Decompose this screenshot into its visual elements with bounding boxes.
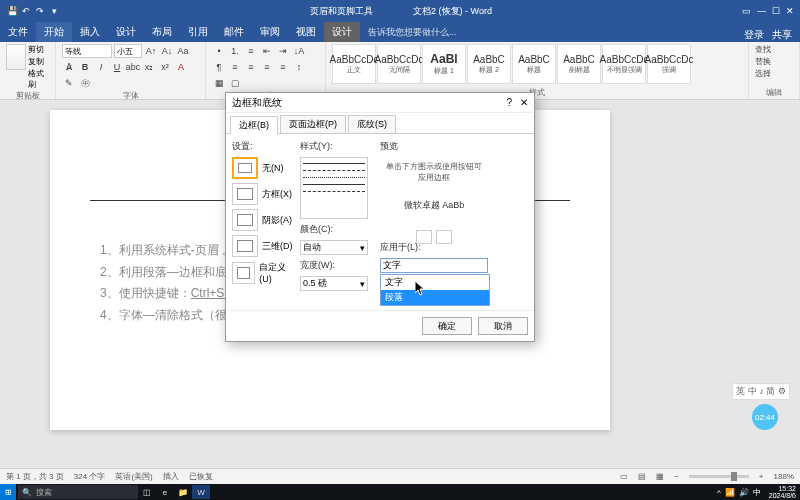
taskbar-clock[interactable]: 15:322024/8/6 [765,485,800,499]
word-taskbar-icon[interactable]: W [192,485,210,499]
apply-to-select[interactable]: 文字 文字 段落 [380,258,488,273]
highlight-icon[interactable]: ✎ [62,76,76,90]
style-emphasis[interactable]: AaBbCcDc强调 [647,44,691,84]
tab-insert[interactable]: 插入 [72,22,108,42]
tab-shading[interactable]: 底纹(S) [348,115,396,133]
close-icon[interactable]: ✕ [786,6,794,16]
numbering-icon[interactable]: 1. [228,44,242,58]
view-web-icon[interactable]: ▦ [656,472,664,481]
change-case-icon[interactable]: Aa [176,44,190,58]
page-indicator[interactable]: 第 1 页，共 3 页 [6,471,64,482]
ok-button[interactable]: 确定 [422,317,472,335]
dialog-close-icon[interactable]: ✕ [520,97,528,108]
font-color-icon[interactable]: A [174,60,188,74]
style-normal[interactable]: AaBbCcDc正文 [332,44,376,84]
color-select[interactable]: 自动▾ [300,240,368,255]
insert-mode[interactable]: 插入 [163,471,179,482]
ribbon-options-icon[interactable]: ▭ [742,6,751,16]
align-right-icon[interactable]: ≡ [260,60,274,74]
align-left-icon[interactable]: ≡ [228,60,242,74]
tab-border[interactable]: 边框(B) [230,116,278,134]
zoom-slider[interactable] [689,475,749,478]
start-button[interactable]: ⊞ [0,484,16,500]
grow-font-icon[interactable]: A↑ [144,44,158,58]
italic-icon[interactable]: I [94,60,108,74]
line-spacing-icon[interactable]: ↕ [292,60,306,74]
taskbar-search[interactable]: 🔍搜索 [18,485,138,499]
explorer-icon[interactable]: 📁 [174,485,192,499]
multilevel-icon[interactable]: ≡ [244,44,258,58]
style-title[interactable]: AaBbC标题 [512,44,556,84]
bullets-icon[interactable]: • [212,44,226,58]
cancel-button[interactable]: 取消 [478,317,528,335]
indent-icon[interactable]: ⇥ [276,44,290,58]
tab-design[interactable]: 设计 [108,22,144,42]
setting-custom[interactable]: 自定义(U) [232,261,294,284]
dialog-help-icon[interactable]: ? [506,97,512,108]
clear-format-icon[interactable]: A̷ [62,60,76,74]
shading-icon[interactable]: ▦ [212,76,226,90]
setting-none[interactable]: 无(N) [232,157,294,179]
tab-page-border[interactable]: 页面边框(P) [280,115,346,133]
find-button[interactable]: 查找 [755,44,793,55]
save-icon[interactable]: 💾 [6,5,18,17]
setting-3d[interactable]: 三维(D) [232,235,294,257]
font-size-select[interactable] [114,44,142,58]
qat-more-icon[interactable]: ▾ [48,5,60,17]
superscript-icon[interactable]: x² [158,60,172,74]
view-print-icon[interactable]: ▤ [638,472,646,481]
tab-file[interactable]: 文件 [0,22,36,42]
style-listbox[interactable] [300,157,368,219]
tab-home[interactable]: 开始 [36,22,72,42]
justify-icon[interactable]: ≡ [276,60,290,74]
select-button[interactable]: 选择 [755,68,793,79]
tab-references[interactable]: 引用 [180,22,216,42]
login-link[interactable]: 登录 [744,28,764,42]
undo-icon[interactable]: ↶ [20,5,32,17]
tab-view[interactable]: 视图 [288,22,324,42]
share-button[interactable]: 共享 [772,28,792,42]
minimize-icon[interactable]: — [757,6,766,16]
volume-icon[interactable]: 🔊 [739,488,749,497]
tell-me-input[interactable]: 告诉我您想要做什么... [360,23,465,42]
word-count[interactable]: 324 个字 [74,471,106,482]
showmarks-icon[interactable]: ¶ [212,60,226,74]
zoom-level[interactable]: 188% [774,472,794,481]
tab-mail[interactable]: 邮件 [216,22,252,42]
enclose-icon[interactable]: ㊥ [78,76,92,90]
shrink-font-icon[interactable]: A↓ [160,44,174,58]
apply-option-paragraph[interactable]: 段落 [381,290,489,305]
zoom-in-icon[interactable]: + [759,472,764,481]
network-icon[interactable]: 📶 [725,488,735,497]
outdent-icon[interactable]: ⇤ [260,44,274,58]
font-name-select[interactable] [62,44,112,58]
ime-indicator[interactable]: 中 [753,487,761,498]
align-center-icon[interactable]: ≡ [244,60,258,74]
edge-icon[interactable]: e [156,485,174,499]
style-heading1[interactable]: AaBl标题 1 [422,44,466,84]
zoom-out-icon[interactable]: − [674,472,679,481]
view-read-icon[interactable]: ▭ [620,472,628,481]
language-indicator[interactable]: 英语(美国) [115,471,152,482]
setting-shadow[interactable]: 阴影(A) [232,209,294,231]
cut-button[interactable]: 剪切 [28,44,49,55]
sort-icon[interactable]: ↓A [292,44,306,58]
bold-icon[interactable]: B [78,60,92,74]
style-subtitle[interactable]: AaBbC副标题 [557,44,601,84]
tab-context-design[interactable]: 设计 [324,22,360,42]
tab-layout[interactable]: 布局 [144,22,180,42]
subscript-icon[interactable]: x₂ [142,60,156,74]
setting-box[interactable]: 方框(X) [232,183,294,205]
tab-review[interactable]: 审阅 [252,22,288,42]
borders-icon[interactable]: ▢ [228,76,242,90]
ime-float-toolbar[interactable]: 英 中 ♪ 简 ⚙ [732,383,790,400]
tray-up-icon[interactable]: ^ [717,488,721,497]
maximize-icon[interactable]: ☐ [772,6,780,16]
style-nospace[interactable]: AaBbCcDc无间隔 [377,44,421,84]
redo-icon[interactable]: ↷ [34,5,46,17]
replace-button[interactable]: 替换 [755,56,793,67]
style-heading2[interactable]: AaBbC标题 2 [467,44,511,84]
style-subtle[interactable]: AaBbCcDc不明显强调 [602,44,646,84]
task-view-icon[interactable]: ◫ [138,485,156,499]
underline-icon[interactable]: U [110,60,124,74]
